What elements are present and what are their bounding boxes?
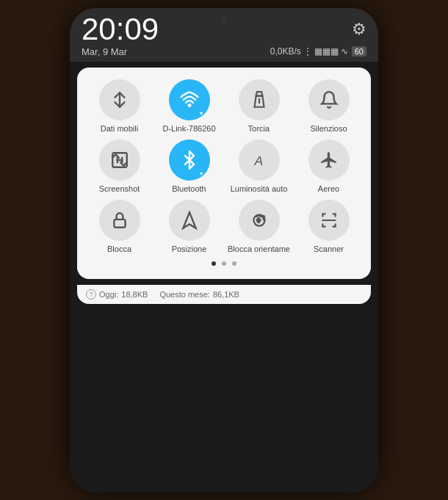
tile-blocca-orientamento[interactable]: Blocca orientame bbox=[225, 200, 292, 254]
time-display: 20:09 bbox=[82, 14, 159, 45]
tile-label-dati-mobili: Dati mobili bbox=[101, 124, 138, 134]
tiles-grid: Dati mobili▾D-Link-786260TorciaSilenzios… bbox=[86, 79, 362, 255]
battery-indicator: 60 bbox=[352, 46, 366, 57]
tile-label-blocca: Blocca bbox=[107, 244, 131, 254]
tile-label-silenzioso: Silenzioso bbox=[310, 124, 347, 134]
page-dots bbox=[86, 261, 362, 266]
tile-arrow-bluetooth: ▾ bbox=[200, 170, 207, 178]
tile-posizione[interactable]: Posizione bbox=[156, 200, 223, 254]
status-icons: 0,0KB/s ⋮ ▦▦▦ ∿ 60 bbox=[270, 46, 366, 57]
camera-notch bbox=[220, 15, 228, 23]
page-dot-2[interactable] bbox=[232, 261, 236, 266]
tile-icon-blocca bbox=[99, 200, 140, 241]
tile-luminosita[interactable]: ALuminosità auto bbox=[225, 140, 292, 194]
tile-dati-mobili[interactable]: Dati mobili bbox=[86, 79, 153, 134]
tile-label-screenshot: Screenshot bbox=[99, 184, 140, 194]
month-label: Questo mese: bbox=[159, 290, 209, 299]
svg-point-11 bbox=[258, 219, 260, 221]
svg-point-1 bbox=[188, 104, 190, 106]
tile-scanner[interactable]: Scanner bbox=[295, 200, 362, 254]
date-display: Mar, 9 Mar bbox=[82, 46, 127, 57]
page-dot-0[interactable] bbox=[212, 261, 216, 266]
wifi-status-icon: ∿ bbox=[341, 46, 348, 57]
tile-icon-screenshot bbox=[99, 140, 140, 181]
tile-icon-posizione bbox=[169, 200, 210, 241]
tile-icon-dati-mobili bbox=[99, 79, 140, 120]
tile-icon-torcia bbox=[239, 79, 280, 120]
month-value: 86,1KB bbox=[213, 290, 239, 299]
tile-blocca[interactable]: Blocca bbox=[86, 200, 153, 254]
tile-icon-silenzioso bbox=[308, 79, 350, 120]
data-speed: 0,0KB/s bbox=[270, 46, 301, 57]
tile-icon-luminosita: A bbox=[239, 140, 280, 181]
signal-icon: ▦▦▦ bbox=[314, 46, 339, 57]
tile-icon-aereo bbox=[308, 140, 350, 181]
footer-month: Questo mese: 86,1KB bbox=[159, 290, 239, 299]
tile-silenzioso[interactable]: Silenzioso bbox=[295, 79, 362, 134]
tile-label-posizione: Posizione bbox=[172, 244, 207, 254]
tile-wifi[interactable]: ▾D-Link-786260 bbox=[156, 79, 223, 134]
tile-label-wifi: D-Link-786260 bbox=[162, 124, 215, 134]
tile-arrow-wifi: ▾ bbox=[200, 110, 207, 117]
footer-question: ? Oggi: 18,8KB bbox=[86, 289, 148, 300]
tile-label-aereo: Aereo bbox=[318, 184, 339, 194]
tile-label-blocca-orientamento: Blocca orientame bbox=[228, 244, 290, 254]
page-dot-1[interactable] bbox=[222, 261, 226, 266]
phone-frame: 20:09 ⚙ Mar, 9 Mar 0,0KB/s ⋮ ▦▦▦ ∿ 60 Da… bbox=[70, 8, 378, 493]
tile-aereo[interactable]: Aereo bbox=[295, 140, 362, 194]
today-value: 18,8KB bbox=[121, 290, 148, 299]
tile-label-luminosita: Luminosità auto bbox=[231, 184, 288, 194]
tile-torcia[interactable]: Torcia bbox=[225, 79, 292, 134]
bluetooth-status-icon: ⋮ bbox=[303, 46, 312, 57]
svg-marker-9 bbox=[183, 212, 195, 228]
tile-bluetooth[interactable]: ▾Bluetooth bbox=[156, 140, 223, 194]
tile-label-scanner: Scanner bbox=[314, 244, 344, 254]
svg-rect-8 bbox=[114, 220, 125, 228]
tile-icon-blocca-orientamento bbox=[239, 200, 280, 241]
quick-settings-panel: Dati mobili▾D-Link-786260TorciaSilenzios… bbox=[77, 68, 371, 280]
tile-label-torcia: Torcia bbox=[248, 124, 270, 134]
tile-icon-scanner bbox=[308, 200, 350, 241]
svg-text:A: A bbox=[253, 153, 263, 167]
tile-icon-wifi: ▾ bbox=[169, 79, 210, 120]
tile-label-bluetooth: Bluetooth bbox=[172, 184, 206, 194]
footer-info-bar: ? Oggi: 18,8KB Questo mese: 86,1KB bbox=[77, 285, 371, 304]
question-icon: ? bbox=[86, 289, 96, 300]
settings-icon[interactable]: ⚙ bbox=[352, 20, 366, 39]
tile-icon-bluetooth: ▾ bbox=[169, 140, 210, 181]
today-label: Oggi: bbox=[99, 290, 118, 299]
tile-screenshot[interactable]: Screenshot bbox=[86, 140, 153, 194]
